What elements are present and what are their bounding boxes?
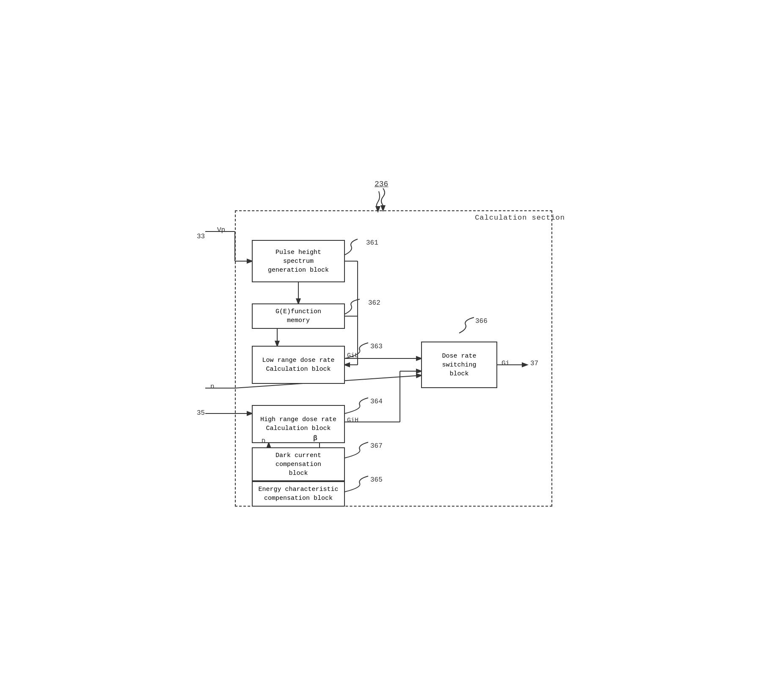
- energy-characteristic-label: Energy characteristic compensation block: [258, 485, 338, 503]
- gil-label: GiL: [347, 352, 358, 359]
- diagram-container: 236 Calculation section Vp 33 Pulse heig…: [193, 176, 573, 524]
- dose-rate-switching-block: Dose rate switching block: [421, 342, 497, 388]
- dark-current-label: Dark current compensation block: [276, 451, 321, 478]
- ref-363: 363: [370, 343, 383, 350]
- ref-361: 361: [366, 239, 378, 247]
- ge-function-label: G(E)function memory: [276, 307, 321, 325]
- ref-35-label: 35: [197, 409, 205, 417]
- ref-366: 366: [475, 317, 488, 325]
- ref-33-label: 33: [197, 233, 205, 240]
- beta-label: β: [313, 435, 317, 442]
- vp-label: Vp: [217, 226, 225, 234]
- dose-rate-switching-label: Dose rate switching block: [442, 352, 476, 378]
- pulse-height-block: Pulse height spectrum generation block: [252, 240, 345, 282]
- ge-function-block: G(E)function memory: [252, 303, 345, 329]
- n-label: n: [210, 383, 215, 391]
- pulse-height-label: Pulse height spectrum generation block: [268, 248, 329, 275]
- ref-365: 365: [370, 476, 383, 484]
- ref-236-label: 236: [375, 180, 388, 188]
- dark-current-block: Dark current compensation block: [252, 447, 345, 481]
- high-range-block: High range dose rate Calculation block: [252, 405, 345, 443]
- d-label: D: [262, 438, 265, 445]
- gi-label: Gi: [501, 360, 510, 367]
- ref-367: 367: [370, 442, 383, 450]
- ref-362: 362: [368, 299, 380, 307]
- ref-364: 364: [370, 398, 383, 405]
- energy-characteristic-block: Energy characteristic compensation block: [252, 481, 345, 507]
- low-range-label: Low range dose rate Calculation block: [262, 356, 334, 374]
- gih-label: GiH: [347, 417, 358, 424]
- ref-37-label: 37: [530, 360, 538, 367]
- high-range-label: High range dose rate Calculation block: [260, 415, 336, 433]
- low-range-block: Low range dose rate Calculation block: [252, 346, 345, 384]
